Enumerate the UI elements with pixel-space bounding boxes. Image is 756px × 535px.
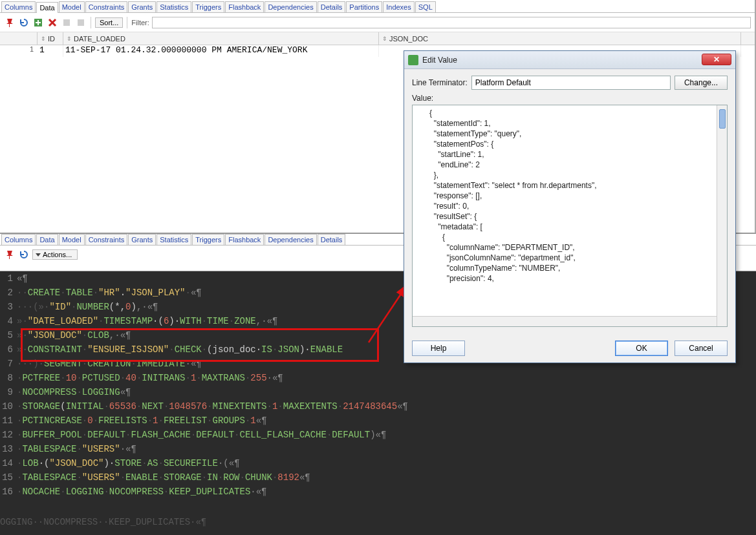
- delete-row-icon[interactable]: [47, 17, 58, 28]
- scrollbar-thumb[interactable]: [719, 109, 726, 129]
- tab-flashback[interactable]: Flashback: [225, 234, 264, 245]
- code-line: 15·TABLESPACE·"USERS"·ENABLE·STORAGE·IN·…: [0, 470, 756, 485]
- tab-triggers[interactable]: Triggers: [192, 234, 224, 245]
- code-content[interactable]: ·PCTINCREASE·0·FREELISTS·1·FREELIST·GROU…: [17, 414, 756, 428]
- tab-constraints[interactable]: Constraints: [85, 1, 128, 12]
- gutter: 12: [0, 428, 17, 442]
- filter-label: Filter:: [131, 19, 149, 26]
- column-header-id[interactable]: ⇕ID: [38, 32, 63, 45]
- tab-grants[interactable]: Grants: [128, 234, 156, 245]
- horizontal-scrollbar[interactable]: [413, 316, 717, 326]
- tab-statistics[interactable]: Statistics: [157, 1, 191, 12]
- vertical-scrollbar[interactable]: [717, 105, 727, 326]
- change-button[interactable]: Change...: [675, 76, 728, 90]
- tab-indexes[interactable]: Indexes: [383, 1, 415, 12]
- close-button[interactable]: ✕: [702, 54, 731, 65]
- column-header-date_loaded[interactable]: ⇕DATE_LOADED: [63, 32, 379, 45]
- code-line: 8·PCTFREE·10·PCTUSED·40·INITRANS·1·MAXTR…: [0, 371, 756, 385]
- tab-statistics[interactable]: Statistics: [157, 234, 191, 245]
- tab-flashback[interactable]: Flashback: [225, 1, 264, 12]
- gutter: 7: [0, 357, 17, 371]
- tab-partitions[interactable]: Partitions: [346, 1, 382, 12]
- ok-button[interactable]: OK: [615, 341, 668, 356]
- code-line: 12·BUFFER_POOL·DEFAULT·FLASH_CACHE·DEFAU…: [0, 428, 756, 442]
- sort-button[interactable]: Sort...: [95, 17, 123, 28]
- tab-details[interactable]: Details: [318, 234, 346, 245]
- gutter: 1: [0, 271, 17, 286]
- pin-icon[interactable]: [4, 17, 16, 28]
- filter-input[interactable]: [152, 17, 751, 28]
- tab-data[interactable]: Data: [36, 2, 58, 13]
- code-content[interactable]: ·NOCOMPRESS·LOGGING«¶: [17, 385, 756, 399]
- tab-data[interactable]: Data: [36, 234, 58, 245]
- gutter: 5: [0, 328, 17, 342]
- code-content[interactable]: ·TABLESPACE·"USERS"·«¶: [17, 442, 756, 456]
- rollback-icon[interactable]: [75, 17, 87, 28]
- cancel-button[interactable]: Cancel: [675, 341, 728, 356]
- gutter: 14: [0, 456, 17, 470]
- code-content[interactable]: ·PCTFREE·10·PCTUSED·40·INITRANS·1·MAXTRA…: [17, 371, 756, 385]
- gutter: 16: [0, 485, 17, 499]
- code-line: 13·TABLESPACE·"USERS"·«¶: [0, 442, 756, 456]
- gutter: 13: [0, 442, 17, 456]
- cell[interactable]: 1: [38, 45, 63, 57]
- cell[interactable]: 11-SEP-17 01.24.32.000000000 PM AMERICA/…: [63, 45, 379, 57]
- tab-columns[interactable]: Columns: [1, 234, 36, 245]
- dropdown-icon: [36, 253, 41, 257]
- value-label: Value:: [412, 94, 728, 103]
- gutter: 9: [0, 385, 17, 399]
- tab-grants[interactable]: Grants: [128, 1, 156, 12]
- gutter: 15: [0, 470, 17, 485]
- dialog-title: Edit Value: [422, 56, 457, 65]
- row-number: 1: [0, 45, 38, 57]
- column-header-json_doc[interactable]: ⇕JSON_DOC: [379, 32, 741, 45]
- value-textarea-wrap: { "statementId": 1, "statementType": "qu…: [412, 105, 728, 327]
- dialog-titlebar[interactable]: Edit Value ✕: [404, 51, 735, 69]
- tab-sql[interactable]: SQL: [415, 1, 436, 12]
- grid-header: ⇕ID⇕DATE_LOADED⇕JSON_DOC: [0, 32, 755, 45]
- toolbar-separator: [91, 17, 91, 28]
- line-terminator-field[interactable]: [471, 76, 671, 90]
- code-content[interactable]: ·STORAGE(INITIAL·65536·NEXT·1048576·MINE…: [17, 399, 756, 414]
- toolbar-separator: [127, 17, 127, 28]
- dialog-icon: [408, 55, 418, 65]
- tab-model[interactable]: Model: [59, 234, 85, 245]
- code-content[interactable]: ·TABLESPACE·"USERS"·ENABLE·STORAGE·IN·RO…: [17, 470, 756, 485]
- gutter: 10: [0, 399, 17, 414]
- code-content[interactable]: ·LOB·("JSON_DOC")·STORE·AS·SECUREFILE·(«…: [17, 456, 756, 470]
- top-toolbar: Sort... Filter:: [0, 13, 755, 32]
- gutter: 11: [0, 414, 17, 428]
- gutter: 3: [0, 300, 17, 314]
- code-line: 9·NOCOMPRESS·LOGGING«¶: [0, 385, 756, 399]
- code-content[interactable]: ·BUFFER_POOL·DEFAULT·FLASH_CACHE·DEFAULT…: [17, 428, 756, 442]
- gutter: 6: [0, 342, 17, 357]
- editor-ghost-line: OGGING··NOCOMPRESS··KEEP_DUPLICATES·«¶: [0, 517, 206, 527]
- line-terminator-label: Line Terminator:: [412, 78, 468, 87]
- refresh-icon[interactable]: [18, 249, 30, 260]
- top-tabrow: ColumnsDataModelConstraintsGrantsStatist…: [0, 0, 755, 13]
- add-row-icon[interactable]: [32, 17, 44, 28]
- tab-columns[interactable]: Columns: [1, 1, 36, 12]
- code-line: 16·NOCACHE·LOGGING·NOCOMPRESS·KEEP_DUPLI…: [0, 485, 756, 499]
- svg-rect-1: [63, 19, 70, 26]
- actions-label: Actions...: [43, 251, 72, 258]
- tab-model[interactable]: Model: [59, 1, 85, 12]
- gutter: 8: [0, 371, 17, 385]
- code-line: 14·LOB·("JSON_DOC")·STORE·AS·SECUREFILE·…: [0, 456, 756, 470]
- pin-icon[interactable]: [4, 249, 16, 260]
- refresh-icon[interactable]: [18, 17, 30, 28]
- help-button[interactable]: Help: [412, 341, 465, 356]
- code-line: 11·PCTINCREASE·0·FREELISTS·1·FREELIST·GR…: [0, 414, 756, 428]
- edit-value-dialog: Edit Value ✕ Line Terminator: Change... …: [404, 50, 736, 363]
- tab-constraints[interactable]: Constraints: [85, 234, 128, 245]
- tab-dependencies[interactable]: Dependencies: [265, 1, 316, 12]
- tab-dependencies[interactable]: Dependencies: [265, 234, 316, 245]
- tab-triggers[interactable]: Triggers: [192, 1, 224, 12]
- tab-details[interactable]: Details: [318, 1, 346, 12]
- value-textarea[interactable]: { "statementId": 1, "statementType": "qu…: [413, 105, 727, 326]
- code-line: 10·STORAGE(INITIAL·65536·NEXT·1048576·MI…: [0, 399, 756, 414]
- commit-icon[interactable]: [61, 17, 72, 28]
- actions-button[interactable]: Actions...: [32, 249, 78, 260]
- code-content[interactable]: ·NOCACHE·LOGGING·NOCOMPRESS·KEEP_DUPLICA…: [17, 485, 756, 499]
- gutter: 2: [0, 286, 17, 300]
